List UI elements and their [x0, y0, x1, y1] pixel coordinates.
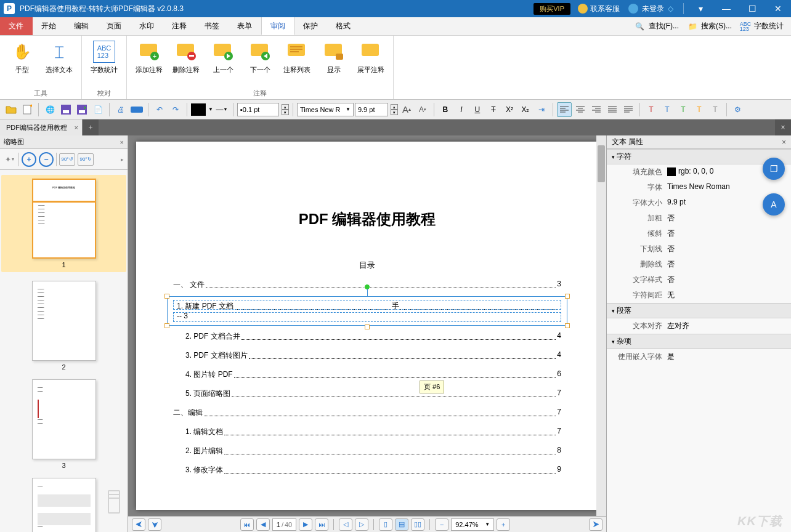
thumb-rotate-left-button[interactable]: 90°↺	[59, 153, 75, 166]
note-list-button[interactable]: 注释列表	[280, 38, 314, 89]
buy-vip-button[interactable]: 购买VIP	[533, 3, 570, 15]
open-button[interactable]	[4, 102, 18, 117]
caret-button[interactable]: T	[708, 102, 723, 117]
highlight-button[interactable]: T	[644, 102, 659, 117]
align-left-button[interactable]	[557, 102, 572, 117]
thumb-options-button[interactable]: ✦▼	[4, 153, 16, 166]
add-note-button[interactable]: +添加注释	[132, 38, 166, 89]
thumb-rotate-right-button[interactable]: 90°↻	[78, 153, 94, 166]
float-help-button[interactable]: ❐	[763, 158, 785, 180]
undo-button[interactable]: ↶	[152, 102, 167, 117]
next-page-button[interactable]: ▶	[299, 518, 312, 531]
tab-watermark[interactable]: 水印	[131, 17, 163, 35]
decrease-font-button[interactable]: A▾	[415, 102, 430, 117]
minimize-button[interactable]: —	[713, 0, 739, 17]
search-button[interactable]: 📁搜索(S)...	[684, 20, 734, 33]
tab-form[interactable]: 表单	[229, 17, 261, 35]
hand-tool-button[interactable]: ✋手型	[5, 38, 39, 89]
font-combo[interactable]: Times New R ▼	[297, 103, 354, 116]
first-page-button[interactable]: ⏮	[240, 518, 254, 531]
tab-file[interactable]: 文件	[0, 17, 33, 35]
color-swatch[interactable]	[191, 103, 206, 116]
prev-page-button[interactable]: ◀	[256, 518, 270, 531]
subscript-button[interactable]: X₂	[518, 102, 533, 117]
print-button[interactable]: 🖨	[113, 102, 128, 117]
line-width-combo[interactable]: ▪ 0.1 pt	[237, 103, 279, 116]
new-button[interactable]: ✦	[20, 102, 34, 117]
page-field[interactable]: 1/40	[272, 518, 296, 531]
underline-button[interactable]: U	[470, 102, 485, 117]
indent-button[interactable]: ⇥	[534, 102, 549, 117]
dropdown-button[interactable]: ▾	[688, 0, 713, 17]
align-dist-button[interactable]	[621, 102, 636, 117]
thumb-zoom-in-button[interactable]: +	[22, 152, 36, 167]
maximize-button[interactable]: ☐	[739, 0, 765, 17]
tab-edit[interactable]: 编辑	[65, 17, 98, 35]
italic-button[interactable]: I	[454, 102, 469, 117]
continuous-button[interactable]: ▤	[395, 518, 408, 531]
vertical-scrollbar[interactable]	[596, 135, 606, 516]
underline-color-button[interactable]: T	[660, 102, 675, 117]
select-text-button[interactable]: ⌶选择文本	[42, 38, 76, 89]
fontsize-combo[interactable]: 9.9 pt	[355, 103, 388, 116]
strike-button[interactable]: T	[486, 102, 501, 117]
collapse-down-button[interactable]: ⮟	[148, 518, 161, 531]
nav-fwd-button[interactable]: ▷	[355, 518, 368, 531]
scan-button[interactable]	[129, 102, 144, 117]
settings-gear-button[interactable]: ⚙	[731, 102, 745, 117]
thumbnail-1[interactable]: PDF 编辑器使用教程━━━━━━━━━━━━━━━━━━━━━━━━━━━━━…	[1, 175, 126, 272]
last-page-button[interactable]: ⏭	[315, 518, 328, 531]
prev-note-button[interactable]: 上一个	[206, 38, 240, 89]
single-page-button[interactable]: ▯	[379, 518, 392, 531]
delete-note-button[interactable]: 删除注释	[169, 38, 203, 89]
float-lang-button[interactable]: A	[763, 193, 785, 216]
thumbnail-list[interactable]: PDF 编辑器使用教程━━━━━━━━━━━━━━━━━━━━━━━━━━━━━…	[0, 170, 128, 532]
nav-back-button[interactable]: ◁	[339, 518, 352, 531]
zoom-out-button[interactable]: −	[435, 518, 448, 531]
saveas-button[interactable]	[75, 102, 89, 117]
tab-start[interactable]: 开始	[33, 17, 65, 35]
align-right-button[interactable]	[589, 102, 604, 117]
strike-color-button[interactable]: T	[676, 102, 691, 117]
props-section-para[interactable]: 段落	[607, 303, 791, 318]
tab-bookmark[interactable]: 书签	[196, 17, 229, 35]
tab-annotation[interactable]: 注释	[163, 17, 196, 35]
close-tab-button[interactable]: ×	[75, 124, 78, 131]
find-button[interactable]: 🔍查找(F)...	[631, 20, 681, 33]
login-button[interactable]: 未登录 ◇	[628, 4, 673, 14]
document-page[interactable]: PDF 编辑器使用教程 目录 一、 文件3 1. 新建 P	[136, 142, 598, 510]
web-button[interactable]: 🌐	[43, 102, 57, 117]
tab-format[interactable]: 格式	[327, 17, 360, 35]
redo-button[interactable]: ↷	[168, 102, 183, 117]
superscript-button[interactable]: X²	[502, 102, 517, 117]
thumbnail-4[interactable]: ━━━━━━━━ 4	[5, 478, 123, 532]
thumbnail-2[interactable]: ━━━━━━━━━━━━━━━━━━━━━━━━━━━━━━━━━━━━━━━━…	[5, 281, 123, 371]
export-button[interactable]: 📄	[91, 102, 105, 117]
squiggly-button[interactable]: T	[692, 102, 707, 117]
next-note-button[interactable]: 下一个	[243, 38, 277, 89]
show-notes-button[interactable]: 显示	[317, 38, 351, 89]
wordcount-button[interactable]: ABC123字数统计	[737, 20, 786, 33]
facing-button[interactable]: ▯▯	[411, 518, 424, 531]
wordcount-big-button[interactable]: ABC123字数统计	[87, 38, 121, 89]
close-all-button[interactable]: ×	[775, 119, 791, 135]
close-window-button[interactable]: ✕	[765, 0, 791, 17]
props-section-misc[interactable]: 杂项	[607, 334, 791, 349]
tab-protect[interactable]: 保护	[294, 17, 327, 35]
save-button[interactable]	[59, 102, 73, 117]
bold-button[interactable]: B	[438, 102, 453, 117]
thumbnail-3[interactable]: ━━━━━━━━━━━━━━━━ 3	[5, 379, 123, 469]
line-style-button[interactable]: —▼	[214, 102, 229, 117]
zoom-field[interactable]: 92.47%▼	[451, 518, 494, 531]
props-section-char[interactable]: 字符	[607, 149, 791, 164]
collapse-right-button[interactable]: ⮞	[589, 518, 602, 531]
add-tab-button[interactable]: +	[83, 119, 99, 135]
zoom-in-button[interactable]: +	[497, 518, 510, 531]
document-canvas[interactable]: PDF 编辑器使用教程 目录 一、 文件3 1. 新建 P	[128, 135, 606, 516]
contact-support-button[interactable]: 联系客服	[578, 4, 620, 14]
align-center-button[interactable]	[573, 102, 588, 117]
collapse-left-button[interactable]: ⮜	[132, 518, 145, 531]
close-thumbs-button[interactable]: ×	[120, 139, 124, 146]
close-props-button[interactable]: ×	[782, 138, 786, 147]
document-tab[interactable]: PDF编辑器使用教程×	[0, 119, 83, 135]
